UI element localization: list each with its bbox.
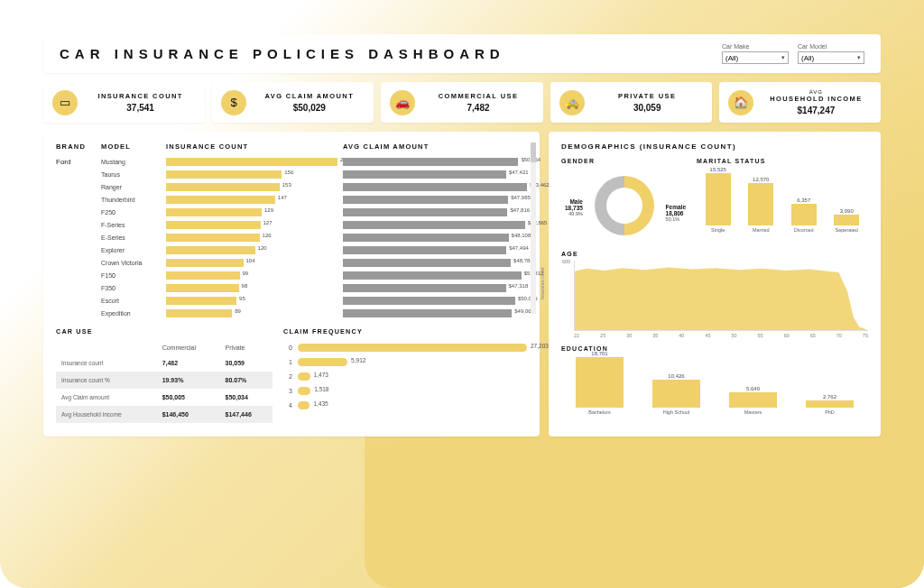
table-row: Avg Household income$146,450$147,446 bbox=[56, 406, 273, 423]
car-use-value: $50,034 bbox=[220, 389, 273, 406]
kpi-icon: ▭ bbox=[52, 90, 78, 115]
table-row: Taurus 156 $47,421 bbox=[56, 169, 527, 179]
filter-select-car-model[interactable]: (All) bbox=[798, 51, 864, 64]
bar bbox=[791, 204, 817, 225]
models-header: BRAND MODEL INSURANCE COUNT AVG CLAIM AM… bbox=[56, 142, 527, 151]
car-use-value: 19.93% bbox=[157, 372, 220, 389]
kpi-body: COMMERCIAL USE 7,482 bbox=[422, 92, 533, 113]
bar-label: Masters bbox=[744, 409, 762, 415]
filter-car-make: Car Make (All) bbox=[722, 43, 789, 64]
kpi-label: INSURANCE COUNT bbox=[97, 92, 182, 100]
bar bbox=[748, 183, 773, 225]
kpi-value: 7,482 bbox=[467, 103, 489, 113]
freq-row: 3 1,518 bbox=[283, 384, 527, 397]
gender-chart: GENDER Male 18,735 49.9% Female 18,806 5… bbox=[561, 158, 688, 243]
marital-chart: MARITAL STATUS 15,525 Single12,570 Marri… bbox=[697, 158, 868, 243]
bar-value: 18,701 bbox=[591, 351, 607, 356]
bar bbox=[806, 400, 855, 408]
kpi-icon: 🚗 bbox=[390, 90, 415, 115]
age-xtick: 22 bbox=[574, 333, 579, 338]
table-row: Explorer 120 $47,494 bbox=[56, 244, 527, 255]
kpi-body: AVG HOUSEHOLD INCOME $147,247 bbox=[761, 89, 872, 115]
gender-male-label: Male 18,735 49.9% bbox=[565, 198, 583, 216]
car-use-row-name: Avg Claim amount bbox=[56, 389, 157, 406]
insurance-count-bar: 120 bbox=[166, 246, 337, 254]
filter-select-car-make[interactable]: (All) bbox=[722, 51, 789, 64]
freq-row: 2 1,473 bbox=[283, 370, 527, 382]
avg-claim-bar: $53,462 bbox=[343, 183, 527, 191]
bar-value: 15,525 bbox=[710, 167, 726, 172]
age-xtick: 65 bbox=[810, 333, 816, 338]
table-row: F150 99 $51,812 bbox=[56, 270, 527, 280]
insurance-count-bar: 127 bbox=[166, 221, 337, 229]
bar-label: Married bbox=[753, 227, 770, 233]
insurance-count-bar: 89 bbox=[166, 309, 337, 317]
bar-label: Bachelors bbox=[588, 409, 610, 415]
chart-column: 15,525 Single bbox=[700, 167, 736, 233]
avg-claim-bar: $51,812 bbox=[343, 271, 527, 280]
bar-value: 3,090 bbox=[840, 208, 854, 214]
claim-frequency-section: CLAIM FREQUENCY 0 27,203 1 5,912 2 1,473… bbox=[283, 327, 527, 423]
bar bbox=[706, 173, 731, 225]
scrollbar[interactable] bbox=[531, 142, 536, 314]
table-row: Avg Claim amount$50,005$50,034 bbox=[56, 389, 273, 406]
col-insurance-count: INSURANCE COUNT bbox=[166, 142, 337, 151]
table-row: Expedition 89 $49,064 bbox=[56, 308, 527, 318]
freq-row: 4 1,435 bbox=[283, 399, 527, 411]
freq-x: 0 bbox=[283, 345, 292, 351]
bar-label: PhD bbox=[825, 409, 835, 415]
avg-claim-bar: $50,039 bbox=[343, 297, 527, 305]
age-xtick: 25 bbox=[600, 333, 605, 338]
age-xtick: 60 bbox=[784, 333, 790, 338]
avg-claim-bar: $49,064 bbox=[343, 309, 527, 317]
demographics-panel: DEMOGRAPHICS (INSURANCE COUNT) GENDER Ma… bbox=[549, 132, 881, 436]
freq-bar: 27,203 bbox=[298, 344, 527, 352]
kpi-value: 37,541 bbox=[126, 103, 154, 113]
table-row: F250 129 $47,816 bbox=[56, 207, 527, 217]
table-row: Insurance count %19.93%80.07% bbox=[56, 372, 273, 389]
donut-icon bbox=[595, 176, 654, 235]
car-use-value: $50,005 bbox=[157, 389, 220, 406]
model-cell: Crown Victoria bbox=[101, 260, 161, 266]
kpi-value: $147,247 bbox=[798, 106, 836, 115]
brand-cell: Ford bbox=[56, 158, 96, 166]
car-use-row-name: Avg Household income bbox=[56, 406, 157, 423]
model-cell: Thunderbird bbox=[101, 197, 161, 203]
filter-label: Car Make bbox=[722, 43, 789, 50]
avg-claim-bar: $52,865 bbox=[343, 221, 527, 229]
table-row: Crown Victoria 104 $48,784 bbox=[56, 257, 527, 268]
chart-column: 3,090 Seperated bbox=[829, 208, 865, 233]
car-use-table: CommercialPrivateInsurance count7,48230,… bbox=[56, 341, 273, 423]
model-cell: Expedition bbox=[101, 310, 161, 317]
age-xtick: 40 bbox=[679, 333, 684, 338]
bar-label: Divorced bbox=[794, 227, 814, 233]
kpi-label: PRIVATE USE bbox=[618, 92, 676, 100]
scrollbar-thumb[interactable] bbox=[531, 142, 536, 162]
car-use-value: $146,450 bbox=[157, 406, 220, 423]
insurance-count-bar: 129 bbox=[166, 208, 337, 216]
age-chart: AGE Insurance count 600 2225303540455055… bbox=[561, 251, 868, 338]
kpi-icon: $ bbox=[221, 90, 246, 115]
insurance-count-bar: 231 bbox=[166, 158, 337, 166]
age-heading: AGE bbox=[561, 251, 868, 257]
model-cell: E-Series bbox=[101, 234, 161, 241]
model-cell: F-Series bbox=[101, 222, 161, 228]
freq-x: 4 bbox=[283, 402, 292, 409]
age-xtick: 55 bbox=[758, 333, 763, 338]
chart-column: 18,701 Bachelors bbox=[565, 351, 634, 415]
avg-claim-bar: $47,318 bbox=[343, 284, 527, 292]
kpi-body: PRIVATE USE 30,059 bbox=[592, 92, 703, 113]
demographics-heading: DEMOGRAPHICS (INSURANCE COUNT) bbox=[561, 142, 868, 151]
claim-frequency-bars: 0 27,203 1 5,912 2 1,473 3 1,518 4 1,435 bbox=[283, 341, 527, 411]
table-row: Insurance count7,48230,059 bbox=[56, 354, 273, 372]
car-use-value: 7,482 bbox=[157, 354, 220, 372]
chart-column: 12,570 Married bbox=[744, 177, 780, 233]
avg-claim-bar: $47,494 bbox=[343, 246, 527, 254]
insurance-count-bar: 156 bbox=[166, 170, 337, 179]
kpi-card: 🚗 COMMERCIAL USE 7,482 bbox=[381, 82, 542, 123]
car-use-row-name: Insurance count % bbox=[56, 372, 157, 389]
model-cell: Escort bbox=[101, 298, 161, 304]
car-use-section: CAR USE CommercialPrivateInsurance count… bbox=[56, 327, 273, 423]
chart-column: 6,357 Divorced bbox=[786, 198, 822, 233]
education-chart: EDUCATION 18,701 Bachelors10,426 High Sc… bbox=[561, 345, 868, 426]
